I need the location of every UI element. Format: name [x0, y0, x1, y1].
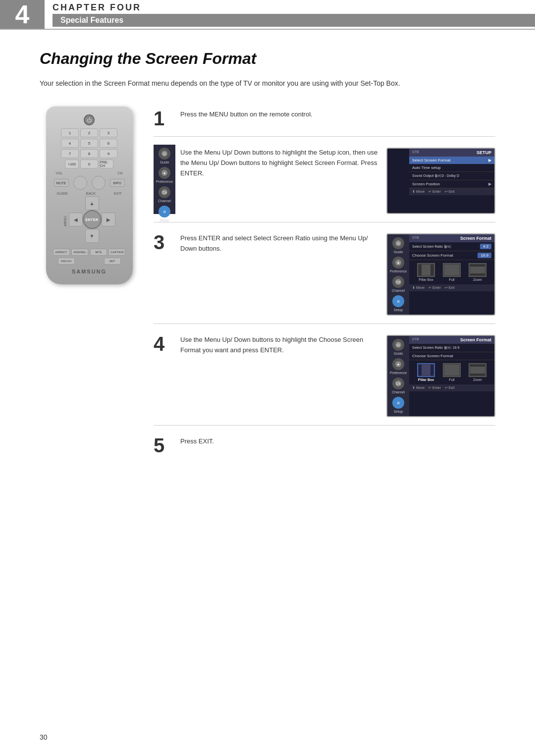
sf4-setup-label: Setup [394, 410, 403, 413]
step-4-with-screen: Use the Menu Up/ Down buttons to highlig… [180, 335, 495, 417]
sf4-footer-enter: ↵ Enter [428, 386, 441, 390]
adddel-button[interactable]: ADD/DEL [71, 249, 88, 256]
menu-item-sound-output: Sound Output 돌비D : Dolby D [409, 172, 494, 180]
sf3-channel-icon: Ch [392, 276, 404, 288]
set-button[interactable]: SET [104, 258, 121, 265]
sf3-main: STB Screen Format Select Screen Ratio 돌비… [409, 234, 494, 315]
step-2-text: Use the Menu Up/ Down buttons to highlig… [180, 148, 378, 178]
sf3-guide-label: Guide [394, 250, 403, 254]
screen-format-4: G Guide ★ Preference [386, 335, 495, 417]
btn-3[interactable]: 3 [100, 128, 117, 137]
sf3-thumb-zoom: Zoom [469, 263, 486, 281]
nav-right[interactable]: ▶ [102, 213, 115, 226]
numpad-row-2: 4 5 6 [52, 139, 127, 148]
caption-button[interactable]: CAPTION [108, 249, 125, 256]
sf4-thumb-zoom-label: Zoom [473, 378, 482, 381]
mute-button[interactable]: MUTE [54, 179, 69, 187]
btn-1[interactable]: 1 [61, 128, 79, 137]
svg-text:⚙: ⚙ [397, 401, 400, 405]
step-2-text-part: Use the Menu Up/ Down buttons to highlig… [180, 148, 378, 178]
btn-100[interactable]: +100 [65, 160, 79, 168]
numpad-row-4: +100 0 PRE-CH [52, 160, 127, 168]
nav-pad: ▲ ◀ ENTER ▶ ▼ [69, 196, 115, 243]
main-layout: ⏻ 1 2 3 4 5 6 7 8 [40, 107, 495, 455]
svg-rect-31 [422, 365, 430, 376]
numpad-row-1: 1 2 3 [52, 128, 127, 137]
vol-rocker[interactable] [73, 176, 87, 190]
bottom-btns-row: ASPECT ADD/DEL MTS CAPTION [52, 249, 127, 256]
guide-back-row: GUIDE BACK EXIT [52, 192, 127, 195]
enter-button[interactable]: ENTER [83, 210, 102, 229]
sf4-thumb-pillar-label: Pillar Box [418, 378, 434, 381]
svg-text:⚙: ⚙ [397, 300, 400, 303]
setup-footer-enter: ↵ Enter [428, 190, 441, 194]
divider-3 [154, 324, 495, 324]
sf4-title: Screen Format [460, 337, 491, 342]
divider-1 [154, 136, 495, 137]
sf3-format-label: Choose Screen Format [412, 253, 453, 258]
setup-main: STB SETUP Select Screen Format ▶ Auto Ti… [409, 149, 494, 213]
sf4-ratio-row: Select Screen Ratio 돌비: 16:9 [409, 344, 494, 352]
remote-brand: SAMSUNG [52, 269, 127, 274]
setup-screen: G Guide ★ Preference [386, 148, 495, 214]
step-1: 1 Press the MENU button on the remote co… [154, 107, 495, 128]
step-3-content: Press ENTER and select Select Screen Rat… [180, 230, 495, 316]
divider-4 [154, 425, 495, 426]
setup-footer-move: ⬆ Move [412, 190, 425, 194]
chapter-number: 4 [0, 0, 45, 29]
mts-button[interactable]: MTS [90, 249, 107, 256]
step-5: 5 Press EXIT. [154, 433, 495, 455]
sf3-thumb-pillar: Pillar Box [417, 263, 435, 281]
sf4-channel: Ch Channel [388, 378, 408, 394]
sf3-pref: ★ Preference [388, 257, 408, 273]
intro-text: Your selection in the Screen Format menu… [40, 78, 495, 89]
sf4-main: STB Screen Format Select Screen Ratio 돌비… [409, 336, 494, 416]
btn-0[interactable]: 0 [80, 160, 98, 168]
sf3-pref-icon: ★ [392, 257, 404, 269]
sf4-footer-move: ⬆ Move [412, 386, 425, 390]
nav-up[interactable]: ▲ [85, 196, 99, 210]
svg-rect-17 [422, 265, 430, 275]
nav-left[interactable]: ◀ [69, 213, 83, 226]
btn-4[interactable]: 4 [61, 139, 79, 148]
menu-item-auto-time: Auto Time setup [409, 164, 494, 172]
menu-auto-time-label: Auto Time setup [412, 165, 441, 170]
sf4-stb: STB [412, 337, 419, 342]
svg-rect-21 [470, 273, 485, 275]
step-3-text-part: Press ENTER and select Select Screen Rat… [180, 233, 378, 254]
nav-down[interactable]: ▼ [85, 229, 99, 243]
sf3-ratio-value: 4:3 [480, 244, 491, 249]
svg-rect-32 [444, 365, 459, 376]
power-button[interactable]: ⏻ [84, 114, 95, 125]
setup-footer-exit: ↩ Exit [445, 190, 455, 194]
sf3-ratio-label: Select Screen Ratio 돌비: [412, 244, 452, 249]
btn-2[interactable]: 2 [80, 128, 98, 137]
sf3-footer: ⬆ Move ↵ Enter ↩ Exit [409, 284, 494, 291]
menu-select-format-label: Select Screen Format [412, 158, 450, 162]
step-2-content: Use the Menu Up/ Down buttons to highlig… [180, 145, 495, 214]
step-3-text: Press ENTER and select Select Screen Rat… [180, 233, 378, 254]
ch-rocker[interactable] [92, 176, 106, 190]
page-title: Changing the Screen Format [40, 50, 495, 68]
sf4-sidebar: G Guide ★ Preference [387, 336, 409, 416]
step-4-text: Use the Menu Up/ Down buttons to highlig… [180, 335, 378, 356]
info-button[interactable]: INFO [110, 179, 125, 187]
sf3-channel: Ch Channel [388, 276, 408, 292]
sf4-thumb-pillar: Pillar Box [417, 363, 435, 381]
aspect-button[interactable]: ASPECT [53, 249, 70, 256]
sf4-channel-icon: Ch [392, 378, 404, 389]
ch-label: CH [117, 171, 122, 175]
favch-button[interactable]: FAV.CH [58, 258, 75, 265]
btn-9[interactable]: 9 [100, 149, 117, 158]
chapter-label: CHAPTER FOUR [53, 2, 535, 13]
btn-8[interactable]: 8 [80, 149, 98, 158]
sf4-pref-icon: ★ [392, 358, 404, 370]
btn-prech[interactable]: PRE-CH [100, 160, 113, 168]
btn-6[interactable]: 6 [100, 139, 117, 148]
btn-7[interactable]: 7 [61, 149, 79, 158]
setup-footer: ⬆ Move ↵ Enter ↩ Exit [409, 188, 494, 195]
sf3-sidebar: G Guide ★ Preference [387, 234, 409, 315]
sf3-format-row: Choose Screen Format 16:9 [409, 251, 494, 260]
svg-text:★: ★ [397, 363, 400, 366]
btn-5[interactable]: 5 [80, 139, 98, 148]
